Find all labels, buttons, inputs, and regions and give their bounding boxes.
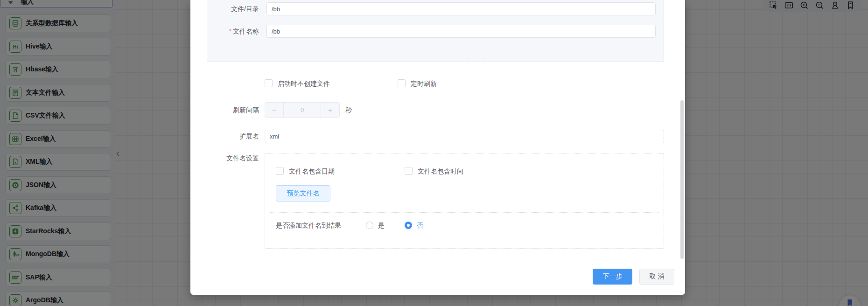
file-name-input[interactable] xyxy=(266,25,656,38)
next-step-button[interactable]: 下一步 xyxy=(593,269,632,285)
timed-refresh-checkbox[interactable] xyxy=(398,79,406,87)
stepper-decrease-button[interactable]: − xyxy=(265,103,284,117)
extension-label: 扩展名 xyxy=(190,132,259,141)
stepper-increase-button[interactable]: + xyxy=(321,103,339,117)
xml-output-settings-dialog: 文件/目录 *文件名称 启动时不创建文件 定时刷新 刷新间隔 − 0 + 秒 扩… xyxy=(190,0,685,295)
filename-settings-section: 文件名包含日期 文件名包含时间 预览文件名 是否添加文件名到结果 是 否 xyxy=(265,153,664,249)
refresh-interval-value[interactable]: 0 xyxy=(284,103,321,117)
add-filename-no-label[interactable]: 否 xyxy=(417,222,423,230)
file-dir-label: 文件/目录 xyxy=(190,5,259,14)
filename-include-date-checkbox[interactable] xyxy=(276,167,284,175)
filename-include-time-checkbox[interactable] xyxy=(405,167,413,175)
add-filename-yes-radio[interactable] xyxy=(366,222,373,229)
filename-include-date-label: 文件名包含日期 xyxy=(289,167,335,176)
add-filename-yes-label[interactable]: 是 xyxy=(378,222,385,230)
file-name-label: *文件名称 xyxy=(190,28,259,36)
filename-settings-label: 文件名设置 xyxy=(190,154,259,163)
refresh-interval-unit: 秒 xyxy=(345,106,352,115)
add-filename-no-radio[interactable] xyxy=(405,222,412,229)
no-create-on-start-label: 启动时不创建文件 xyxy=(278,80,330,88)
cancel-button[interactable]: 取 消 xyxy=(639,269,674,285)
preview-filename-button[interactable]: 预览文件名 xyxy=(276,185,330,202)
refresh-interval-stepper: − 0 + xyxy=(265,102,340,118)
add-filename-to-result-label: 是否添加文件名到结果 xyxy=(276,222,341,230)
file-dir-input[interactable] xyxy=(266,2,656,15)
extension-input[interactable] xyxy=(265,130,664,143)
dialog-scrollbar-thumb[interactable] xyxy=(680,100,684,259)
refresh-interval-label: 刷新间隔 xyxy=(190,106,259,115)
no-create-on-start-checkbox[interactable] xyxy=(265,79,273,87)
filename-include-time-label: 文件名包含时间 xyxy=(418,167,463,176)
app-canvas: 输入 关系型数据库输入HiHive输入Hbase输入文本文件输入CSV文件输入E… xyxy=(0,0,868,306)
timed-refresh-label: 定时刷新 xyxy=(411,80,437,88)
section-divider xyxy=(270,212,659,213)
required-asterisk: * xyxy=(229,28,231,35)
